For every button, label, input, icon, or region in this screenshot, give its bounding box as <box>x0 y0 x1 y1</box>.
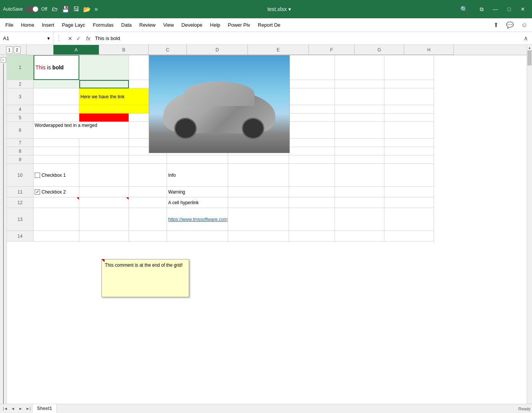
row-header-10[interactable]: 10 <box>7 164 34 187</box>
cell-f2[interactable] <box>289 80 335 88</box>
cell-g6[interactable] <box>335 122 384 139</box>
cell-h10[interactable] <box>384 164 434 187</box>
col-header-d[interactable]: D <box>187 45 248 55</box>
menu-page-layout[interactable]: Page Layc <box>58 20 89 30</box>
cell-g13[interactable] <box>335 208 384 231</box>
cell-h2[interactable] <box>384 80 434 88</box>
cell-a2[interactable] <box>34 80 79 88</box>
cell-h13[interactable] <box>384 208 434 231</box>
row-header-9[interactable]: 9 <box>7 155 34 164</box>
cell-g12[interactable] <box>335 197 384 208</box>
cell-d9[interactable] <box>167 155 228 164</box>
cell-h8[interactable] <box>384 147 434 155</box>
checkbox1-box[interactable] <box>35 173 40 178</box>
tab-nav-prev[interactable]: ◄ <box>9 405 17 413</box>
cell-a11[interactable]: ✓ Checkbox 2 <box>34 187 79 197</box>
save-alt-icon[interactable]: 🖫 <box>73 6 79 13</box>
cell-b9[interactable] <box>79 155 129 164</box>
tab-nav-first[interactable]: |◄ <box>2 405 9 413</box>
cell-e14[interactable] <box>228 231 289 242</box>
cell-f12[interactable] <box>289 197 335 208</box>
cell-a14[interactable] <box>34 231 79 242</box>
open-file-icon[interactable]: 📂 <box>83 6 91 13</box>
hyperlink-cell[interactable]: https://www.tmssoftware.com <box>168 217 227 222</box>
cell-d14[interactable] <box>167 231 228 242</box>
row-header-14[interactable]: 14 <box>7 231 34 242</box>
cell-a7[interactable] <box>34 139 79 147</box>
cell-a1[interactable]: This is bold <box>34 55 79 80</box>
row-header-4[interactable]: 4 <box>7 105 34 114</box>
share-icon[interactable]: ⬆ <box>490 20 501 30</box>
menu-insert[interactable]: Insert <box>38 20 58 30</box>
cell-d11[interactable]: Warning <box>167 187 228 197</box>
group-btn-1[interactable]: 1 <box>6 46 13 53</box>
row-header-6[interactable]: 6 <box>7 122 34 139</box>
row-header-11[interactable]: 11 <box>7 187 34 197</box>
cell-b14[interactable] <box>79 231 129 242</box>
cell-a3[interactable] <box>34 88 79 105</box>
group-btn-2[interactable]: 2 <box>14 46 21 53</box>
col-header-e[interactable]: E <box>248 45 309 55</box>
cell-f7[interactable] <box>289 139 335 147</box>
cell-g3[interactable] <box>335 88 384 105</box>
cell-b7[interactable] <box>79 139 129 147</box>
cell-f4[interactable] <box>289 105 335 114</box>
cell-f1[interactable] <box>289 55 335 80</box>
row-header-8[interactable]: 8 <box>7 147 34 155</box>
grid-scroll-area[interactable]: 1 This is bold 2 <box>7 55 527 404</box>
cell-g14[interactable] <box>335 231 384 242</box>
cell-h11[interactable] <box>384 187 434 197</box>
scroll-track[interactable] <box>527 50 532 408</box>
cell-d10[interactable]: Info <box>167 164 228 187</box>
menu-data[interactable]: Data <box>117 20 135 30</box>
menu-review[interactable]: Review <box>135 20 159 30</box>
col-header-h[interactable]: H <box>404 45 454 55</box>
menu-power-pivot[interactable]: Power Piv <box>224 20 254 30</box>
cell-f3[interactable] <box>289 88 335 105</box>
cell-g4[interactable] <box>335 105 384 114</box>
maximize-button[interactable]: □ <box>503 3 515 15</box>
more-icon[interactable]: » <box>95 6 98 13</box>
col-header-b[interactable]: B <box>99 45 149 55</box>
cell-f10[interactable] <box>289 164 335 187</box>
close-button[interactable]: ✕ <box>517 3 529 15</box>
cell-reference-box[interactable]: A1 ▾ <box>0 32 53 45</box>
cell-c13[interactable] <box>129 208 167 231</box>
sheet-tab-sheet1[interactable]: Sheet1 <box>32 404 57 413</box>
col-header-a[interactable]: A <box>53 45 99 55</box>
cell-c14[interactable] <box>129 231 167 242</box>
row-header-12[interactable]: 12 <box>7 197 34 208</box>
tab-nav-last[interactable]: ►| <box>24 405 32 413</box>
cell-f13[interactable] <box>289 208 335 231</box>
cell-a4[interactable] <box>34 105 79 114</box>
cell-h1[interactable] <box>384 55 434 80</box>
checkbox2-box[interactable]: ✓ <box>35 189 40 195</box>
cell-b12[interactable] <box>79 197 129 208</box>
formula-input[interactable] <box>92 32 520 45</box>
cell-a6[interactable]: Wordwrapped text in a merged <box>34 122 129 139</box>
menu-formulas[interactable]: Formulas <box>89 20 117 30</box>
row-header-7[interactable]: 7 <box>7 139 34 147</box>
cell-a5[interactable] <box>34 114 79 122</box>
col-header-c[interactable]: C <box>149 45 187 55</box>
cell-g11[interactable] <box>335 187 384 197</box>
row-header-13[interactable]: 13 <box>7 208 34 231</box>
cell-e13[interactable] <box>228 208 289 231</box>
cell-h12[interactable] <box>384 197 434 208</box>
cell-g7[interactable] <box>335 139 384 147</box>
filename-dropdown-icon[interactable]: ▾ <box>288 6 291 12</box>
cell-f14[interactable] <box>289 231 335 242</box>
confirm-formula-icon[interactable]: ✓ <box>75 35 82 42</box>
cell-ref-dropdown[interactable]: ▾ <box>47 35 50 41</box>
menu-report-designer[interactable]: Report De <box>254 20 284 30</box>
cell-a9[interactable] <box>34 155 79 164</box>
cell-h14[interactable] <box>384 231 434 242</box>
row-header-2[interactable]: 2 <box>7 80 34 88</box>
col-header-g[interactable]: G <box>355 45 404 55</box>
cell-c9[interactable] <box>129 155 167 164</box>
menu-developer[interactable]: Develope <box>178 20 206 30</box>
cell-h3[interactable] <box>384 88 434 105</box>
cell-c10[interactable] <box>129 164 167 187</box>
cell-f8[interactable] <box>289 147 335 155</box>
cell-b5[interactable] <box>79 114 129 122</box>
